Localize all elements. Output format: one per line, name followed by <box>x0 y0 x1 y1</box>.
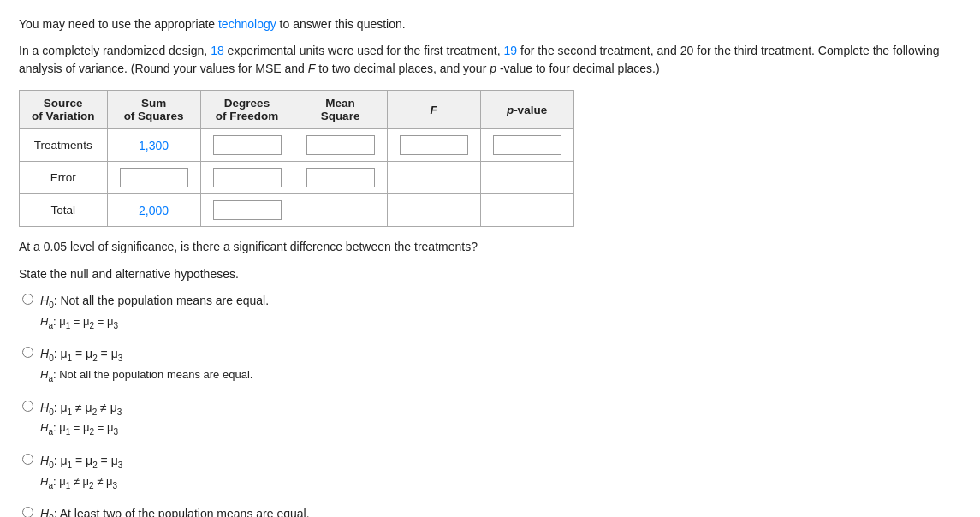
hypothesis-content-3: H0: μ1 ≠ μ2 ≠ μ3 Ha: μ1 = μ2 = μ3 <box>40 398 122 439</box>
pval-treatments-input[interactable] <box>493 135 561 155</box>
label-total: Total <box>20 194 108 227</box>
table-row-total: Total 2,000 <box>20 194 574 227</box>
f-treatments-input[interactable] <box>400 135 468 155</box>
ha-4: Ha: μ1 ≠ μ2 ≠ μ3 <box>40 472 122 493</box>
intro-text-before: You may need to use the appropriate <box>19 17 218 31</box>
pval-total-cell <box>480 194 573 227</box>
header-f: F <box>387 91 480 129</box>
table-row-error: Error <box>20 162 574 194</box>
ss-treatments: 1,300 <box>107 129 200 162</box>
ha-1: Ha: μ1 = μ2 = μ3 <box>40 312 269 333</box>
intro-line2: In a completely randomized design, 18 ex… <box>19 42 961 78</box>
df-error-input[interactable] <box>213 168 282 187</box>
header-source: Sourceof Variation <box>20 91 108 129</box>
f-letter: F <box>308 62 316 75</box>
header-ms: MeanSquare <box>294 91 387 129</box>
hypothesis-content-4: H0: μ1 = μ2 = μ3 Ha: μ1 ≠ μ2 ≠ μ3 <box>40 451 122 492</box>
hypotheses-title: State the null and alternative hypothese… <box>19 264 961 283</box>
ss-error-input[interactable] <box>120 168 188 187</box>
f-treatments-cell <box>387 129 480 162</box>
df-total-input[interactable] <box>213 200 282 220</box>
h0-3: H0: μ1 ≠ μ2 ≠ μ3 <box>40 398 122 419</box>
ms-total-cell <box>294 194 387 227</box>
hypothesis-radio-2[interactable] <box>22 347 33 358</box>
intro-line1: You may need to use the appropriate tech… <box>19 15 961 33</box>
ms-error-cell <box>294 162 387 194</box>
hypothesis-radio-4[interactable] <box>22 454 33 465</box>
label-error: Error <box>20 162 108 194</box>
h0-2: H0: μ1 = μ2 = μ3 <box>40 344 252 365</box>
ms-treatments-input[interactable] <box>306 135 375 155</box>
table-row-treatments: Treatments 1,300 <box>20 129 574 162</box>
hypothesis-radio-3[interactable] <box>22 401 33 412</box>
intro-desc-before: In a completely randomized design, <box>19 44 211 57</box>
p-letter: p <box>490 62 496 75</box>
header-pval: p-value <box>480 91 573 129</box>
pval-treatments-cell <box>480 129 573 162</box>
hypotheses-list: H0: Not all the population means are equ… <box>22 291 961 517</box>
hypothesis-content-1: H0: Not all the population means are equ… <box>40 291 269 332</box>
hypothesis-option-5: H0: At least two of the population means… <box>22 504 961 517</box>
header-df: Degreesof Freedom <box>200 91 294 129</box>
df-treatments-cell <box>200 129 294 162</box>
hypothesis-option-4: H0: μ1 = μ2 = μ3 Ha: μ1 ≠ μ2 ≠ μ3 <box>22 451 961 492</box>
f-error-cell <box>387 162 480 194</box>
technology-link[interactable]: technology <box>218 17 276 31</box>
hypothesis-option-1: H0: Not all the population means are equ… <box>22 291 961 332</box>
hypothesis-radio-1[interactable] <box>22 294 33 305</box>
label-treatments: Treatments <box>20 129 108 162</box>
intro-desc-end: -value to four decimal places.) <box>500 62 660 75</box>
ms-error-input[interactable] <box>306 168 375 187</box>
ss-error-cell <box>107 162 200 194</box>
hypothesis-option-3: H0: μ1 ≠ μ2 ≠ μ3 Ha: μ1 = μ2 = μ3 <box>22 398 961 439</box>
intro-text-after: to answer this question. <box>280 17 406 31</box>
header-ss: Sumof Squares <box>107 91 200 129</box>
df-error-cell <box>200 162 294 194</box>
intro-desc-mid1: experimental units were used for the fir… <box>228 44 504 57</box>
hypothesis-option-2: H0: μ1 = μ2 = μ3 Ha: Not all the populat… <box>22 344 961 385</box>
h0-1: H0: Not all the population means are equ… <box>40 291 269 312</box>
intro-desc-mid3: to two decimal places, and your <box>318 62 490 75</box>
df-total-cell <box>200 194 294 227</box>
h0-4: H0: μ1 = μ2 = μ3 <box>40 451 122 472</box>
pval-error-cell <box>480 162 573 194</box>
f-total-cell <box>387 194 480 227</box>
hypothesis-content-5: H0: At least two of the population means… <box>40 504 310 517</box>
df-treatments-input[interactable] <box>213 135 282 155</box>
h0-5: H0: At least two of the population means… <box>40 504 310 517</box>
ha-2: Ha: Not all the population means are equ… <box>40 365 252 386</box>
n1-value: 18 <box>211 44 224 57</box>
ss-total: 2,000 <box>107 194 200 227</box>
significance-question: At a 0.05 level of significance, is ther… <box>19 237 961 256</box>
anova-table: Sourceof Variation Sumof Squares Degrees… <box>19 90 574 227</box>
ms-treatments-cell <box>294 129 387 162</box>
hypothesis-content-2: H0: μ1 = μ2 = μ3 Ha: Not all the populat… <box>40 344 252 385</box>
ha-3: Ha: μ1 = μ2 = μ3 <box>40 419 122 439</box>
hypothesis-radio-5[interactable] <box>22 507 33 517</box>
n2-value: 19 <box>504 44 518 57</box>
